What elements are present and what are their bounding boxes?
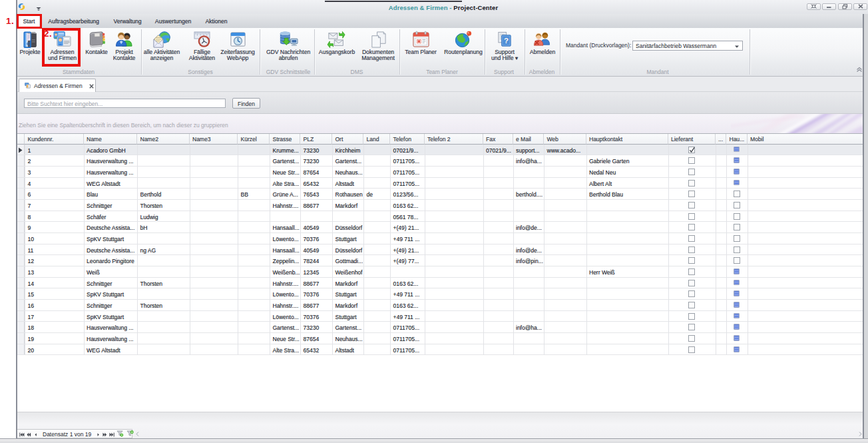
svg-text:?: ? (503, 37, 508, 45)
